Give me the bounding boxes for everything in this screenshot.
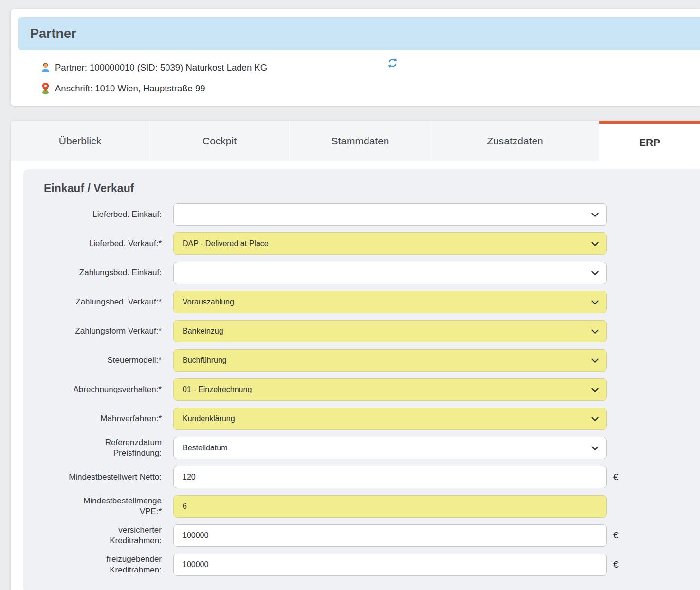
lieferbed-einkauf-label: Lieferbed. Einkauf: (23, 209, 162, 220)
zahlungsbed-einkauf-label: Zahlungsbed. Einkauf: (23, 268, 162, 278)
versicherter-kreditrahmen-label: versicherterKreditrahmen: (23, 525, 162, 546)
mindestbestellwert-netto-label: Mindestbestellwert Netto: (23, 472, 162, 483)
field-row-freizugebender-kreditrahmen: freizugebenderKreditrahmen: € (23, 554, 700, 576)
freizugebender-kreditrahmen-input[interactable] (173, 554, 607, 576)
chevron-down-icon (591, 213, 599, 217)
referenzdatum-preisfindung-select[interactable]: Bestelldatum (173, 437, 607, 459)
currency-suffix: € (613, 530, 619, 541)
zahlungsform-verkauf-label: Zahlungsform Verkauf:* (23, 326, 162, 337)
abrechnungsverhalten-label: Abrechnungsverhalten:* (23, 384, 162, 395)
mahnverfahren-label: Mahnverfahren:* (23, 413, 162, 424)
zahlungsbed-einkauf-select[interactable] (173, 262, 607, 284)
address-info-line: Anschrift: 1010 Wien, Hauptstraße 99 (39, 81, 205, 96)
tab-cockpit[interactable]: Cockpit (150, 121, 290, 161)
field-row-mindestbestellwert-netto: Mindestbestellwert Netto: € (23, 466, 700, 488)
field-row-mahnverfahren: Mahnverfahren:* Kundenklärung (23, 408, 700, 430)
chevron-down-icon (591, 242, 599, 247)
field-row-zahlungsbed-verkauf: Zahlungsbed. Verkauf:* Vorauszahlung (23, 291, 700, 313)
field-row-steuermodell: Steuermodell:* Buchführung (23, 349, 700, 372)
referenzdatum-preisfindung-label: ReferenzdatumPreisfindung: (23, 437, 162, 459)
partner-detail-card: Überblick Cockpit Stammdaten Zusatzdaten… (11, 121, 700, 590)
select-value: Bestelldatum (183, 444, 228, 452)
zahlungsform-verkauf-select[interactable]: Bankeinzug (173, 320, 607, 342)
zahlungsbed-verkauf-label: Zahlungsbed. Verkauf:* (23, 297, 162, 307)
select-value: 01 - Einzelrechnung (183, 385, 252, 394)
tab-bar: Überblick Cockpit Stammdaten Zusatzdaten… (11, 121, 700, 161)
field-row-referenzdatum-preisfindung: ReferenzdatumPreisfindung: Bestelldatum (23, 437, 700, 459)
field-row-versicherter-kreditrahmen: versicherterKreditrahmen: € (23, 524, 700, 547)
select-value: Bankeinzug (183, 327, 223, 336)
currency-suffix: € (613, 472, 619, 483)
chevron-down-icon (591, 446, 599, 451)
chevron-down-icon (591, 300, 599, 305)
lieferbed-einkauf-select[interactable] (173, 203, 607, 226)
location-pin-icon (39, 82, 51, 95)
erp-panel: Einkauf / Verkauf Lieferbed. Einkauf: Li… (23, 169, 700, 590)
chevron-down-icon (591, 358, 599, 363)
tab-erp[interactable]: ERP (599, 121, 700, 161)
partner-line-text: Partner: 100000010 (SID: 5039) Naturkost… (55, 62, 267, 73)
select-value: Kundenklärung (183, 414, 235, 423)
field-row-lieferbed-verkauf: Lieferbed. Verkauf:* DAP - Delivered at … (23, 232, 700, 255)
select-value: DAP - Delivered at Place (183, 239, 269, 248)
field-row-mindestbestellmenge-vpe: MindestbestellmengeVPE:* (23, 495, 700, 518)
partner-banner: Partner (18, 17, 700, 50)
chevron-down-icon (591, 417, 599, 422)
field-row-zahlungsbed-einkauf: Zahlungsbed. Einkauf: (23, 262, 700, 284)
field-row-zahlungsform-verkauf: Zahlungsform Verkauf:* Bankeinzug (23, 320, 700, 342)
field-row-lieferbed-einkauf: Lieferbed. Einkauf: (23, 203, 700, 226)
mahnverfahren-select[interactable]: Kundenklärung (173, 408, 607, 430)
chevron-down-icon (591, 329, 599, 334)
section-title: Einkauf / Verkauf (44, 182, 700, 197)
abrechnungsverhalten-select[interactable]: 01 - Einzelrechnung (173, 378, 607, 401)
tab-ueberblick[interactable]: Überblick (11, 121, 150, 161)
field-row-abrechnungsverhalten: Abrechnungsverhalten:* 01 - Einzelrechnu… (23, 378, 700, 401)
steuermodell-select[interactable]: Buchführung (173, 349, 607, 372)
partner-info-line: Partner: 100000010 (SID: 5039) Naturkost… (39, 60, 267, 75)
page-title: Partner (18, 26, 76, 41)
chevron-down-icon (591, 388, 599, 393)
chevron-down-icon (591, 271, 599, 276)
refresh-icon[interactable] (387, 57, 398, 69)
currency-suffix: € (613, 559, 619, 570)
lieferbed-verkauf-label: Lieferbed. Verkauf:* (23, 238, 162, 249)
tab-zusatzdaten[interactable]: Zusatzdaten (431, 121, 599, 161)
user-icon (39, 62, 51, 73)
mindestbestellmenge-vpe-input[interactable] (173, 495, 607, 518)
zahlungsbed-verkauf-select[interactable]: Vorauszahlung (173, 291, 607, 313)
address-line-text: Anschrift: 1010 Wien, Hauptstraße 99 (55, 83, 205, 94)
mindestbestellwert-netto-input[interactable] (173, 466, 607, 488)
tab-stammdaten[interactable]: Stammdaten (290, 121, 431, 161)
mindestbestellmenge-vpe-label: MindestbestellmengeVPE:* (23, 496, 162, 517)
select-value: Vorauszahlung (183, 298, 234, 306)
freizugebender-kreditrahmen-label: freizugebenderKreditrahmen: (23, 554, 162, 575)
select-value: Buchführung (183, 356, 227, 365)
lieferbed-verkauf-select[interactable]: DAP - Delivered at Place (173, 232, 607, 255)
versicherter-kreditrahmen-input[interactable] (173, 524, 607, 547)
steuermodell-label: Steuermodell:* (23, 355, 162, 366)
partner-card: Partner Partner: 100000010 (SID: 5039) N… (11, 9, 700, 106)
